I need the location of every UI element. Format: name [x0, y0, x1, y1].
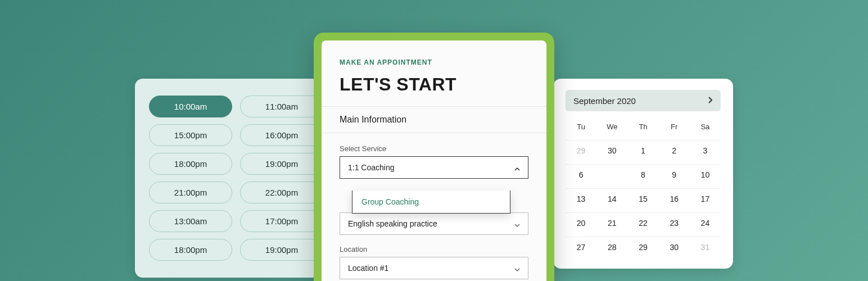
calendar-dow: Tu — [566, 119, 596, 137]
service-label: Select Service — [340, 144, 528, 153]
calendar-month-label: September 2020 — [573, 96, 636, 106]
time-slot[interactable]: 10:00am — [149, 96, 232, 117]
calendar-day[interactable]: 7 — [596, 164, 627, 185]
calendar-day[interactable]: 14 — [596, 188, 627, 209]
location-select-value: Location #1 — [348, 264, 388, 273]
calendar-day[interactable]: 30 — [659, 237, 690, 257]
time-slot[interactable]: 22:00pm — [240, 182, 323, 203]
calendar-day[interactable]: 1 — [627, 140, 658, 161]
calendar-day[interactable]: 17 — [690, 188, 721, 209]
calendar-day[interactable]: 10 — [690, 164, 721, 185]
service-dropdown: Group Coaching — [352, 191, 510, 214]
chevron-down-icon — [514, 221, 520, 226]
calendar-day[interactable]: 29 — [566, 140, 596, 161]
modal-title: LET'S START — [340, 74, 528, 95]
service-select[interactable]: 1:1 Coaching — [340, 156, 528, 179]
calendar-day[interactable]: 24 — [690, 212, 721, 233]
calendar-day[interactable]: 31 — [690, 237, 721, 257]
time-slot[interactable]: 15:00pm — [149, 124, 232, 146]
time-slot[interactable]: 19:00pm — [240, 239, 323, 261]
calendar-day[interactable]: 15 — [627, 188, 658, 209]
time-slot[interactable]: 18:00pm — [149, 153, 232, 175]
service-select-value: 1:1 Coaching — [348, 163, 395, 172]
section-header: Main Information — [322, 106, 546, 133]
calendar-day[interactable]: 30 — [596, 140, 627, 161]
location-select[interactable]: Location #1 — [340, 257, 528, 279]
calendar-day[interactable]: 27 — [566, 237, 596, 257]
service-option-group-coaching[interactable]: Group Coaching — [352, 191, 510, 213]
calendar-day[interactable]: 16 — [659, 188, 690, 209]
calendar-day[interactable]: 29 — [627, 237, 658, 257]
calendar-dow: Fr — [659, 119, 690, 137]
time-slot[interactable]: 21:00pm — [149, 182, 232, 203]
calendar-day[interactable]: 9 — [659, 164, 690, 185]
modal-eyebrow: MAKE AN APPOINTMENT — [340, 58, 528, 66]
time-slot[interactable]: 13:00am — [149, 210, 232, 232]
practice-select-value: English speaking practice — [348, 219, 437, 228]
calendar-day[interactable]: 8 — [627, 164, 658, 185]
calendar-header: September 2020 — [566, 90, 721, 111]
practice-select[interactable]: English speaking practice — [340, 212, 528, 235]
chevron-down-icon — [514, 265, 520, 271]
location-label: Location — [340, 245, 528, 253]
calendar-day[interactable]: 6 — [566, 164, 596, 185]
timeslots-panel: 10:00am11:00am15:00pm16:00pm18:00pm19:00… — [135, 79, 337, 278]
time-slot[interactable]: 17:00pm — [240, 210, 323, 232]
calendar-next-button[interactable] — [708, 96, 713, 106]
calendar-day[interactable]: 3 — [690, 140, 721, 161]
calendar-day[interactable]: 20 — [566, 212, 596, 233]
calendar-panel: September 2020 TuWeThFrSa293012367891013… — [553, 79, 733, 269]
calendar-dow: Sa — [690, 119, 721, 137]
chevron-up-icon — [514, 165, 520, 170]
calendar-dow: We — [596, 119, 627, 137]
calendar-day[interactable]: 22 — [627, 212, 658, 233]
time-slot[interactable]: 18:00pm — [149, 239, 232, 261]
calendar-day[interactable]: 2 — [659, 140, 690, 161]
calendar-dow: Th — [627, 119, 658, 137]
appointment-modal: MAKE AN APPOINTMENT LET'S START Main Inf… — [314, 33, 554, 281]
calendar-day[interactable]: 21 — [596, 212, 627, 233]
time-slot[interactable]: 16:00pm — [240, 124, 323, 146]
time-slot[interactable]: 11:00am — [240, 96, 323, 117]
calendar-day[interactable]: 23 — [659, 212, 690, 233]
calendar-day[interactable]: 13 — [566, 188, 596, 209]
time-slot[interactable]: 19:00pm — [240, 153, 323, 175]
calendar-day[interactable]: 28 — [596, 237, 627, 257]
